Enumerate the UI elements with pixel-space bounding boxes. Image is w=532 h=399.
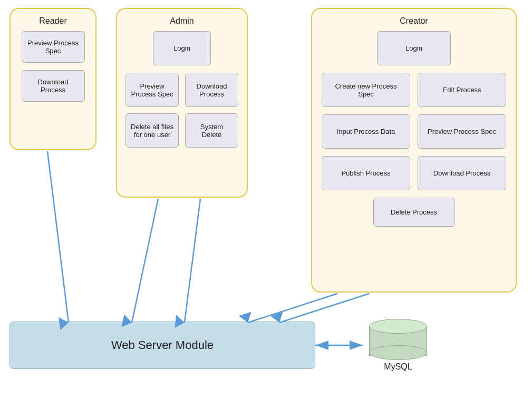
creator-login[interactable]: Login xyxy=(377,31,451,65)
web-server-module: Web Server Module xyxy=(9,322,315,369)
diagram-container: Reader Preview Process Spec Download Pro… xyxy=(0,0,532,399)
arrow-creator-webserver-2 xyxy=(279,294,369,323)
creator-title: Creator xyxy=(322,16,506,26)
creator-action-download[interactable]: Download Process xyxy=(418,156,506,190)
creator-action-publish[interactable]: Publish Process xyxy=(322,156,410,190)
admin-action-system-delete[interactable]: System Delete xyxy=(185,113,238,148)
admin-action-delete-files[interactable]: Delete all files for one user xyxy=(125,113,179,148)
arrow-reader-webserver xyxy=(47,151,69,323)
creator-box: Creator Login Create new Process Spec Ed… xyxy=(311,8,517,293)
creator-action-delete[interactable]: Delete Process xyxy=(373,198,455,227)
arrow-admin-webserver-2 xyxy=(185,199,200,323)
arrow-admin-webserver-1 xyxy=(132,199,158,323)
creator-action-preview[interactable]: Preview Process Spec xyxy=(418,114,506,149)
admin-login[interactable]: Login xyxy=(153,31,211,65)
creator-login-row: Login xyxy=(322,31,506,65)
creator-action-input[interactable]: Input Process Data xyxy=(322,114,410,149)
admin-actions-grid: Preview Process Spec Download Process De… xyxy=(125,73,238,148)
creator-actions-grid: Create new Process Spec Edit Process Inp… xyxy=(322,73,506,190)
mysql-label: MySQL xyxy=(384,362,412,372)
web-server-label: Web Server Module xyxy=(111,338,214,352)
creator-delete-row: Delete Process xyxy=(322,198,506,227)
reader-action-preview[interactable]: Preview Process Spec xyxy=(22,31,85,63)
reader-actions: Preview Process Spec Download Process xyxy=(18,31,88,102)
reader-action-download[interactable]: Download Process xyxy=(22,70,85,102)
admin-action-preview[interactable]: Preview Process Spec xyxy=(125,73,179,107)
admin-title: Admin xyxy=(125,16,238,26)
creator-action-edit[interactable]: Edit Process xyxy=(418,73,506,107)
reader-box: Reader Preview Process Spec Download Pro… xyxy=(9,8,96,150)
admin-box: Admin Login Preview Process Spec Downloa… xyxy=(116,8,248,198)
admin-login-row: Login xyxy=(125,31,238,65)
cylinder-bottom xyxy=(369,345,427,360)
arrow-creator-webserver-1 xyxy=(248,294,337,323)
creator-action-create[interactable]: Create new Process Spec xyxy=(322,73,410,107)
cylinder-top xyxy=(369,319,427,334)
admin-action-download[interactable]: Download Process xyxy=(185,73,238,107)
reader-title: Reader xyxy=(18,16,88,26)
mysql-cylinder xyxy=(369,319,427,360)
mysql-container: MySQL xyxy=(364,319,432,372)
